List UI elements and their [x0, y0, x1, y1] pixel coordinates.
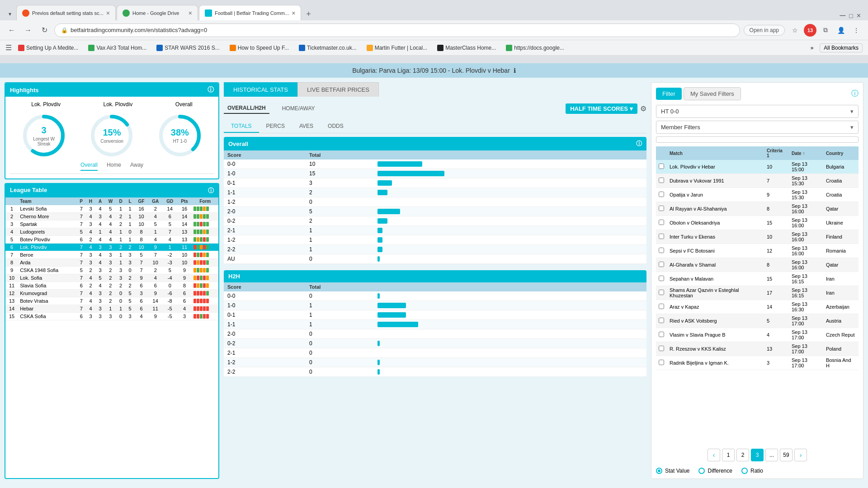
close-window-btn[interactable]: ×	[857, 12, 861, 20]
row-team[interactable]: Botev Plovdiv	[18, 236, 76, 244]
minimize-btn[interactable]: ─	[840, 11, 845, 20]
row-team[interactable]: Cherno More	[18, 213, 76, 221]
match-name-cell[interactable]: Radnik Bijeljina v Igman K.	[667, 356, 764, 370]
next-page-btn[interactable]: ›	[794, 449, 807, 461]
tab-away[interactable]: Away	[130, 162, 143, 171]
match-name-cell[interactable]: Opatija v Jarun	[667, 188, 764, 202]
stat-value-radio[interactable]: Stat Value	[656, 468, 689, 474]
half-time-selector[interactable]: HALF TIME SCORES ▾	[566, 103, 637, 114]
match-checkbox[interactable]	[659, 360, 664, 365]
match-name-cell[interactable]: R. Rzeszow v KKS Kalisz	[667, 342, 764, 356]
bookmark-3[interactable]: STAR WARS 2016 S...	[153, 44, 223, 52]
overall-h2h-link[interactable]: OVERALL/H2H	[224, 103, 269, 114]
maximize-btn[interactable]: □	[849, 12, 853, 19]
match-checkbox[interactable]	[659, 206, 664, 211]
match-name-cell[interactable]: Dubrava v Vukovar 1991	[667, 174, 764, 188]
match-name-cell[interactable]: Al-Gharafa v Shamal	[667, 258, 764, 272]
tab-2[interactable]: Home - Google Drive ×	[117, 5, 198, 20]
bookmark-1[interactable]: Setting Up A Medite...	[14, 44, 82, 52]
tab-3[interactable]: Football | Betfair Trading Comm... ×	[199, 5, 301, 20]
row-team[interactable]: CSKA Sofia	[18, 313, 76, 320]
star-btn[interactable]: ☆	[788, 24, 801, 37]
back-btn[interactable]: ←	[5, 24, 18, 37]
match-name-cell[interactable]: Al Rayyan v Al-Shahaniya	[667, 202, 764, 216]
settings-btn[interactable]: ⋮	[850, 24, 863, 37]
row-team[interactable]: Hebar	[18, 305, 76, 313]
tab-2-close[interactable]: ×	[189, 9, 192, 17]
match-name-cell[interactable]: Lok. Plovdiv v Hebar	[667, 160, 764, 174]
odds-tab[interactable]: ODDS	[321, 120, 351, 133]
tab-3-close[interactable]: ×	[292, 9, 295, 17]
sidebar-toggle[interactable]: ☰	[5, 43, 12, 52]
match-name-cell[interactable]: Inter Turku v Ekenas	[667, 230, 764, 244]
page-1-btn[interactable]: 1	[722, 449, 735, 461]
overall-info-icon[interactable]: ⓘ	[636, 140, 642, 148]
prev-page-btn[interactable]: ‹	[708, 449, 720, 461]
live-betfair-tab[interactable]: LIVE BETFAIR PRICES	[297, 82, 379, 97]
row-team[interactable]: Lok. Sofia	[18, 274, 76, 282]
match-checkbox[interactable]	[659, 178, 664, 183]
page-2-btn[interactable]: 2	[736, 449, 749, 461]
match-name-cell[interactable]: Araz v Kapaz	[667, 300, 764, 314]
tab-1[interactable]: Previos default setting stats sc... ×	[16, 5, 116, 20]
address-bar[interactable]: 🔒 betfairtradingcommunity.com/en/statist…	[54, 23, 740, 37]
match-checkbox[interactable]	[659, 192, 664, 197]
tab-1-close[interactable]: ×	[106, 9, 110, 17]
match-checkbox[interactable]	[659, 290, 664, 295]
new-tab-btn[interactable]: +	[302, 8, 315, 20]
bookmark-6[interactable]: Martin Futter | Local...	[363, 44, 431, 52]
filter-btn[interactable]: Filter	[656, 88, 682, 100]
match-name-cell[interactable]: Sepsi v FC Botosani	[667, 244, 764, 258]
saved-filters-btn[interactable]: My Saved Filters	[684, 87, 741, 100]
search-box[interactable]	[656, 136, 859, 143]
page-3-btn[interactable]: 3	[751, 449, 764, 461]
bookmark-2[interactable]: Vax Air3 Total Hom...	[85, 44, 150, 52]
bookmark-7[interactable]: MasterClass Home...	[434, 44, 500, 52]
match-checkbox[interactable]	[659, 276, 664, 281]
match-checkbox[interactable]	[659, 304, 664, 309]
bookmark-5[interactable]: Ticketmaster.co.uk...	[295, 44, 360, 52]
aves-tab[interactable]: AVES	[292, 120, 321, 133]
match-name-cell[interactable]: Shams Azar Qazvin v Esteghlal Khuzestan	[667, 286, 764, 300]
match-name-cell[interactable]: Sepahan v Malavan	[667, 272, 764, 286]
row-team[interactable]: Arda	[18, 259, 76, 267]
home-away-link[interactable]: HOME/AWAY	[278, 103, 319, 113]
row-team[interactable]: Lok. Plovdiv	[18, 244, 76, 251]
match-checkbox[interactable]	[659, 318, 664, 323]
match-checkbox[interactable]	[659, 346, 664, 351]
tab-home[interactable]: Home	[107, 162, 121, 171]
historical-stats-tab[interactable]: HISTORICAL STATS	[224, 82, 297, 97]
totals-tab[interactable]: TOTALS	[224, 120, 259, 133]
match-name-cell[interactable]: Obolon v Oleksandriya	[667, 216, 764, 230]
ratio-radio[interactable]: Ratio	[741, 468, 763, 474]
match-checkbox[interactable]	[659, 262, 664, 267]
all-bookmarks-btn[interactable]: All Bookmarks	[820, 43, 863, 52]
match-checkbox[interactable]	[659, 332, 664, 337]
row-team[interactable]: Ludogorets	[18, 228, 76, 236]
reload-btn[interactable]: ↻	[38, 24, 51, 37]
match-checkbox[interactable]	[659, 164, 664, 169]
bookmark-8[interactable]: https://docs.google...	[502, 44, 568, 52]
extension-btn[interactable]: ⧉	[819, 24, 832, 37]
row-team[interactable]: Slavia Sofia	[18, 282, 76, 290]
match-checkbox[interactable]	[659, 234, 664, 239]
match-checkbox[interactable]	[659, 220, 664, 225]
filter-dropdown-2[interactable]: Member Filters ▾	[656, 121, 859, 134]
row-team[interactable]: Levski Sofia	[18, 205, 76, 213]
page-59-btn[interactable]: 59	[780, 449, 793, 461]
match-checkbox[interactable]	[659, 248, 664, 253]
highlights-info-icon[interactable]: ⓘ	[208, 86, 214, 94]
bookmark-4[interactable]: How to Speed Up F...	[226, 44, 292, 52]
match-name-cell[interactable]: Ried v ASK Voitsberg	[667, 314, 764, 328]
difference-radio[interactable]: Difference	[698, 468, 732, 474]
row-team[interactable]: CSKA 1948 Sofia	[18, 267, 76, 274]
tab-list-btn[interactable]: ▾	[4, 8, 16, 20]
league-table-info[interactable]: ⓘ	[208, 187, 214, 195]
row-team[interactable]: Spartak	[18, 221, 76, 228]
percs-tab[interactable]: PERCS	[259, 120, 292, 133]
match-name-cell[interactable]: Vlasim v Slavia Prague B	[667, 328, 764, 342]
forward-btn[interactable]: →	[22, 24, 34, 37]
row-team[interactable]: Botev Vratsa	[18, 297, 76, 305]
filter-dropdown-1[interactable]: HT 0-0 ▾	[656, 105, 859, 118]
row-team[interactable]: Krumovgrad	[18, 290, 76, 297]
